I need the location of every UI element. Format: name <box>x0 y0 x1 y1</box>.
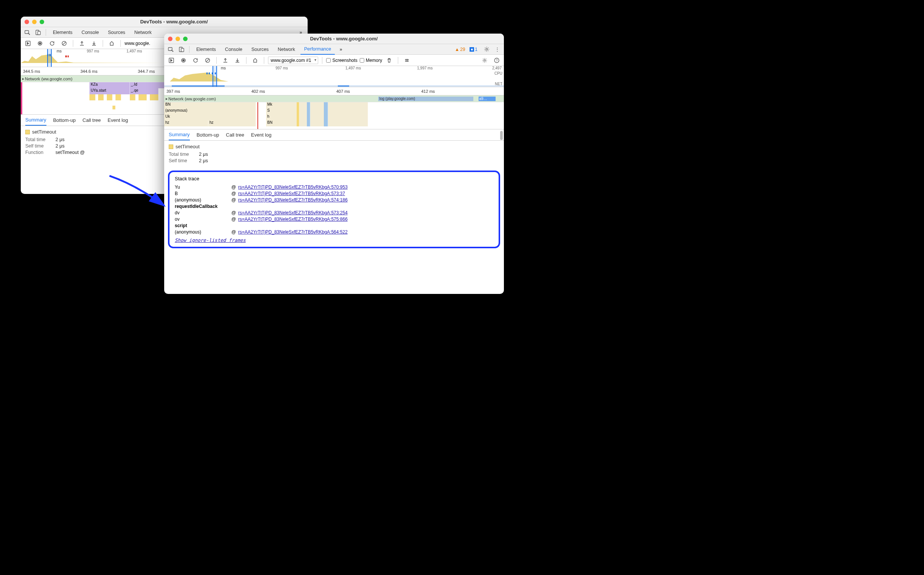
clear-icon[interactable] <box>59 38 69 48</box>
flame-bar[interactable]: S <box>266 108 368 114</box>
minimize-icon[interactable] <box>32 20 37 24</box>
tab-elements[interactable]: Elements <box>192 44 219 55</box>
flame-bar[interactable]: hz <box>164 120 208 126</box>
toggle-drawer-icon[interactable] <box>23 38 33 48</box>
stack-source-link[interactable]: rs=AA2YrTtTjPD_83NeleSxfEZ7rTB5vRKbgA:57… <box>238 197 348 203</box>
flame-bar[interactable] <box>150 94 159 100</box>
flame-bar[interactable]: hz <box>208 120 256 126</box>
expand-icon[interactable]: ▸ <box>22 76 24 81</box>
record-icon[interactable] <box>35 38 45 48</box>
flame-bar[interactable] <box>138 94 147 100</box>
subtab-eventlog[interactable]: Event log <box>108 115 128 125</box>
device-icon[interactable] <box>177 45 186 54</box>
issues-badge[interactable]: ■1 <box>469 47 477 52</box>
help-icon[interactable]: ? <box>492 56 502 65</box>
subtab-calltree[interactable]: Call tree <box>226 130 244 140</box>
record-icon[interactable] <box>178 56 188 65</box>
maximize-icon[interactable] <box>40 20 44 24</box>
tab-sources[interactable]: Sources <box>248 44 272 55</box>
flame-bar[interactable] <box>297 114 299 120</box>
more-tabs-icon[interactable]: » <box>336 45 345 54</box>
overview-window-handle[interactable] <box>47 49 52 67</box>
reload-icon[interactable] <box>47 38 57 48</box>
flame-bar[interactable]: KZa <box>89 82 129 88</box>
shortcuts-icon[interactable] <box>402 56 412 65</box>
gc-icon[interactable] <box>384 56 394 65</box>
overview-timeline[interactable]: ms 997 ms 1,497 ms 1,997 ms 2,497 CPU NE… <box>164 66 504 87</box>
tab-console[interactable]: Console <box>78 27 103 38</box>
flame-bar[interactable] <box>297 102 299 108</box>
flame-bar[interactable]: UYa.start <box>89 88 129 94</box>
stack-source-link[interactable]: rs=AA2YrTtTjPD_83NeleSxfEZ7rTB5vRKbgA:57… <box>238 191 345 196</box>
subtab-eventlog[interactable]: Event log <box>251 130 271 140</box>
flame-bar[interactable] <box>324 102 328 108</box>
reload-icon[interactable] <box>191 56 200 65</box>
network-track[interactable]: ▸ Network (ww.google.com) log (play.goog… <box>164 95 504 102</box>
home-icon[interactable] <box>250 56 260 65</box>
subtab-summary[interactable]: Summary <box>169 129 190 140</box>
stack-source-link[interactable]: rs=AA2YrTtTjPD_83NeleSxfEZ7rTB5vRKbgA:57… <box>238 184 348 190</box>
tab-network[interactable]: Network <box>130 27 156 38</box>
tab-sources[interactable]: Sources <box>104 27 129 38</box>
flame-bar[interactable]: Mk <box>266 102 368 108</box>
overview-window-handle[interactable] <box>213 66 217 87</box>
stack-source-link[interactable]: rs=AA2YrTtTjPD_83NeleSxfEZ7rTB5vRKbgA:56… <box>238 229 348 235</box>
download-icon[interactable] <box>232 56 242 65</box>
recording-select-truncated[interactable]: www.google. <box>124 41 150 46</box>
close-icon[interactable] <box>24 20 29 24</box>
clear-icon[interactable] <box>203 56 213 65</box>
inspect-icon[interactable] <box>167 45 175 54</box>
flame-bar[interactable] <box>297 108 299 114</box>
flame-bar[interactable] <box>307 108 310 114</box>
device-icon[interactable] <box>33 28 43 37</box>
tab-network[interactable]: Network <box>274 44 299 55</box>
flame-bar[interactable] <box>130 94 135 100</box>
flame-bar[interactable]: _.qe <box>130 88 159 94</box>
screenshots-checkbox[interactable]: Screenshots <box>326 58 358 63</box>
flame-bar[interactable] <box>307 102 310 108</box>
flame-chart[interactable]: BNMk(anonymous)SUkhhzhzBN <box>164 102 504 129</box>
flame-bar[interactable] <box>297 120 299 126</box>
flame-bar[interactable] <box>107 94 113 100</box>
tab-console[interactable]: Console <box>221 44 246 55</box>
stack-source-link[interactable]: rs=AA2YrTtTjPD_83NeleSxfEZ7rTB5vRKbgA:57… <box>238 216 348 222</box>
gear-icon[interactable] <box>482 45 491 54</box>
memory-checkbox[interactable]: Memory <box>360 58 382 63</box>
flame-bar[interactable] <box>324 120 328 126</box>
upload-icon[interactable] <box>220 56 230 65</box>
tab-elements[interactable]: Elements <box>49 27 76 38</box>
flame-scrollbar[interactable] <box>500 130 503 175</box>
recording-select[interactable]: www.google.com #1 <box>268 57 318 64</box>
gear-icon[interactable] <box>480 56 490 65</box>
close-icon[interactable] <box>168 37 172 41</box>
subtab-summary[interactable]: Summary <box>25 115 46 125</box>
upload-icon[interactable] <box>77 38 87 48</box>
flame-bar[interactable]: h <box>266 114 368 120</box>
kebab-icon[interactable]: ⋮ <box>493 45 502 54</box>
subtab-bottomup[interactable]: Bottom-up <box>197 130 219 140</box>
flame-bar[interactable] <box>324 114 328 120</box>
flame-bar[interactable] <box>307 120 310 126</box>
flame-bar[interactable] <box>116 94 121 100</box>
show-ignored-frames-link[interactable]: Show ignore-listed frames <box>175 237 246 243</box>
stack-source-link[interactable]: rs=AA2YrTtTjPD_83NeleSxfEZ7rTB5vRKbgA:57… <box>238 210 348 216</box>
flame-bar[interactable] <box>307 114 310 120</box>
home-icon[interactable] <box>107 38 117 48</box>
flame-bar[interactable] <box>89 94 95 100</box>
warnings-badge[interactable]: ▲29 <box>455 47 465 52</box>
flame-bar[interactable] <box>113 106 116 110</box>
flame-bar[interactable]: BN <box>266 120 368 126</box>
flame-bar[interactable] <box>324 108 328 114</box>
flame-bar[interactable]: (anonymous) <box>164 108 256 114</box>
subtab-calltree[interactable]: Call tree <box>83 115 101 125</box>
network-bar[interactable]: log (play.google.com) <box>378 97 473 101</box>
toggle-drawer-icon[interactable] <box>167 56 176 65</box>
subtab-bottomup[interactable]: Bottom-up <box>53 115 76 125</box>
minimize-icon[interactable] <box>175 37 180 41</box>
download-icon[interactable] <box>89 38 99 48</box>
tab-performance[interactable]: Performance <box>301 44 335 55</box>
flame-bar[interactable] <box>98 94 104 100</box>
network-bar[interactable]: a9… <box>479 97 496 101</box>
maximize-icon[interactable] <box>183 37 188 41</box>
inspect-icon[interactable] <box>23 28 32 37</box>
